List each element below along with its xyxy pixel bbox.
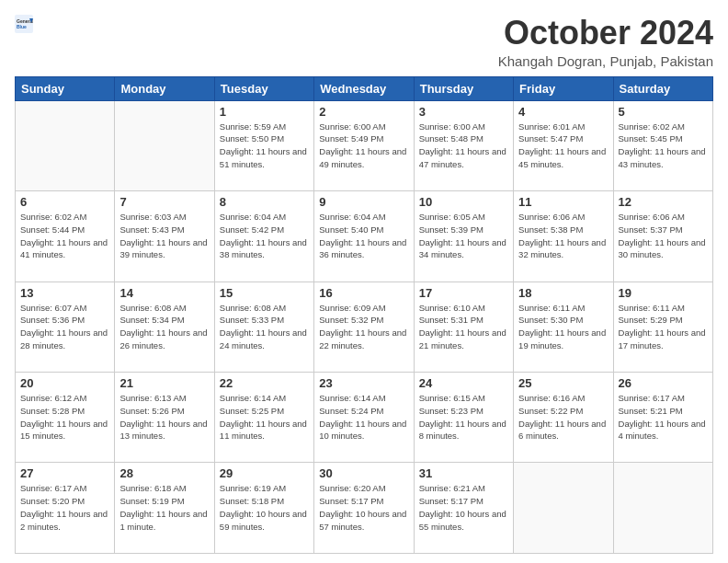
title-block: October 2024 Khangah Dogran, Punjab, Pak… xyxy=(498,15,713,69)
calendar-week-row: 13Sunrise: 6:07 AMSunset: 5:36 PMDayligh… xyxy=(16,282,713,372)
calendar-cell: 28Sunrise: 6:18 AMSunset: 5:19 PMDayligh… xyxy=(115,463,214,554)
calendar-cell: 9Sunrise: 6:04 AMSunset: 5:40 PMDaylight… xyxy=(314,191,414,282)
day-info: Sunrise: 6:03 AMSunset: 5:43 PMDaylight:… xyxy=(119,211,209,261)
calendar: SundayMondayTuesdayWednesdayThursdayFrid… xyxy=(15,76,713,554)
day-info: Sunrise: 6:04 AMSunset: 5:42 PMDaylight:… xyxy=(220,211,309,261)
svg-text:Blue: Blue xyxy=(17,24,27,29)
calendar-week-row: 6Sunrise: 6:02 AMSunset: 5:44 PMDaylight… xyxy=(16,191,713,282)
day-number: 25 xyxy=(518,376,608,390)
day-number: 19 xyxy=(619,286,708,300)
day-info: Sunrise: 6:09 AMSunset: 5:32 PMDaylight:… xyxy=(319,302,408,352)
day-number: 7 xyxy=(119,195,209,209)
day-info: Sunrise: 6:17 AMSunset: 5:20 PMDaylight:… xyxy=(20,482,109,533)
day-number: 24 xyxy=(419,376,508,390)
calendar-cell: 14Sunrise: 6:08 AMSunset: 5:34 PMDayligh… xyxy=(115,282,214,372)
day-number: 3 xyxy=(419,105,508,119)
calendar-cell: 22Sunrise: 6:14 AMSunset: 5:25 PMDayligh… xyxy=(214,373,313,463)
day-number: 6 xyxy=(20,195,109,209)
calendar-week-row: 20Sunrise: 6:12 AMSunset: 5:28 PMDayligh… xyxy=(16,373,713,463)
calendar-cell: 30Sunrise: 6:20 AMSunset: 5:17 PMDayligh… xyxy=(314,463,414,554)
day-number: 5 xyxy=(619,105,708,119)
day-number: 28 xyxy=(119,466,209,480)
day-number: 15 xyxy=(220,286,309,300)
day-info: Sunrise: 6:06 AMSunset: 5:38 PMDaylight:… xyxy=(518,211,608,261)
calendar-cell: 24Sunrise: 6:15 AMSunset: 5:23 PMDayligh… xyxy=(414,373,513,463)
day-of-week-header: Sunday xyxy=(16,76,115,100)
day-info: Sunrise: 6:00 AMSunset: 5:49 PMDaylight:… xyxy=(319,121,408,171)
calendar-cell: 23Sunrise: 6:14 AMSunset: 5:24 PMDayligh… xyxy=(314,373,414,463)
day-info: Sunrise: 6:07 AMSunset: 5:36 PMDaylight:… xyxy=(20,302,109,352)
day-info: Sunrise: 6:11 AMSunset: 5:29 PMDaylight:… xyxy=(619,302,708,352)
calendar-cell: 26Sunrise: 6:17 AMSunset: 5:21 PMDayligh… xyxy=(613,373,712,463)
day-info: Sunrise: 6:17 AMSunset: 5:21 PMDaylight:… xyxy=(619,392,708,442)
day-number: 14 xyxy=(119,286,209,300)
day-number: 22 xyxy=(220,376,309,390)
logo: General Blue xyxy=(15,15,33,33)
day-info: Sunrise: 6:04 AMSunset: 5:40 PMDaylight:… xyxy=(319,211,408,261)
calendar-cell xyxy=(613,463,712,554)
calendar-cell xyxy=(115,100,214,190)
day-info: Sunrise: 6:05 AMSunset: 5:39 PMDaylight:… xyxy=(419,211,508,261)
calendar-cell: 29Sunrise: 6:19 AMSunset: 5:18 PMDayligh… xyxy=(214,463,313,554)
calendar-cell: 6Sunrise: 6:02 AMSunset: 5:44 PMDaylight… xyxy=(16,191,115,282)
day-info: Sunrise: 6:00 AMSunset: 5:48 PMDaylight:… xyxy=(419,121,508,171)
day-of-week-header: Tuesday xyxy=(214,76,313,100)
day-number: 2 xyxy=(319,105,408,119)
calendar-cell: 16Sunrise: 6:09 AMSunset: 5:32 PMDayligh… xyxy=(314,282,414,372)
day-number: 10 xyxy=(419,195,508,209)
calendar-cell: 12Sunrise: 6:06 AMSunset: 5:37 PMDayligh… xyxy=(613,191,712,282)
day-info: Sunrise: 6:16 AMSunset: 5:22 PMDaylight:… xyxy=(518,392,608,442)
calendar-cell: 31Sunrise: 6:21 AMSunset: 5:17 PMDayligh… xyxy=(414,463,513,554)
logo-icon: General Blue xyxy=(15,15,33,33)
calendar-cell: 3Sunrise: 6:00 AMSunset: 5:48 PMDaylight… xyxy=(414,100,513,190)
day-info: Sunrise: 6:20 AMSunset: 5:17 PMDaylight:… xyxy=(319,482,408,533)
day-number: 1 xyxy=(220,105,309,119)
day-number: 13 xyxy=(20,286,109,300)
day-number: 20 xyxy=(20,376,109,390)
calendar-cell: 7Sunrise: 6:03 AMSunset: 5:43 PMDaylight… xyxy=(115,191,214,282)
calendar-cell: 11Sunrise: 6:06 AMSunset: 5:38 PMDayligh… xyxy=(514,191,613,282)
calendar-cell: 17Sunrise: 6:10 AMSunset: 5:31 PMDayligh… xyxy=(414,282,513,372)
day-number: 11 xyxy=(518,195,608,209)
day-info: Sunrise: 5:59 AMSunset: 5:50 PMDaylight:… xyxy=(220,121,309,171)
calendar-header-row: SundayMondayTuesdayWednesdayThursdayFrid… xyxy=(16,76,713,100)
calendar-cell: 13Sunrise: 6:07 AMSunset: 5:36 PMDayligh… xyxy=(16,282,115,372)
day-info: Sunrise: 6:15 AMSunset: 5:23 PMDaylight:… xyxy=(419,392,508,442)
day-info: Sunrise: 6:06 AMSunset: 5:37 PMDaylight:… xyxy=(619,211,708,261)
day-number: 12 xyxy=(619,195,708,209)
day-info: Sunrise: 6:10 AMSunset: 5:31 PMDaylight:… xyxy=(419,302,508,352)
calendar-cell: 1Sunrise: 5:59 AMSunset: 5:50 PMDaylight… xyxy=(214,100,313,190)
day-of-week-header: Thursday xyxy=(414,76,513,100)
day-info: Sunrise: 6:08 AMSunset: 5:34 PMDaylight:… xyxy=(119,302,209,352)
title-location: Khangah Dogran, Punjab, Pakistan xyxy=(498,53,713,69)
day-info: Sunrise: 6:14 AMSunset: 5:25 PMDaylight:… xyxy=(220,392,309,442)
day-number: 27 xyxy=(20,466,109,480)
day-number: 8 xyxy=(220,195,309,209)
day-info: Sunrise: 6:12 AMSunset: 5:28 PMDaylight:… xyxy=(20,392,109,442)
calendar-body: 1Sunrise: 5:59 AMSunset: 5:50 PMDaylight… xyxy=(16,100,713,553)
calendar-cell: 21Sunrise: 6:13 AMSunset: 5:26 PMDayligh… xyxy=(115,373,214,463)
day-info: Sunrise: 6:19 AMSunset: 5:18 PMDaylight:… xyxy=(220,482,309,533)
day-info: Sunrise: 6:13 AMSunset: 5:26 PMDaylight:… xyxy=(119,392,209,442)
day-info: Sunrise: 6:01 AMSunset: 5:47 PMDaylight:… xyxy=(518,121,608,171)
day-number: 23 xyxy=(319,376,408,390)
day-number: 18 xyxy=(518,286,608,300)
calendar-cell: 15Sunrise: 6:08 AMSunset: 5:33 PMDayligh… xyxy=(214,282,313,372)
day-of-week-header: Saturday xyxy=(613,76,712,100)
title-month: October 2024 xyxy=(498,15,713,52)
day-number: 26 xyxy=(619,376,708,390)
calendar-cell: 20Sunrise: 6:12 AMSunset: 5:28 PMDayligh… xyxy=(16,373,115,463)
day-number: 29 xyxy=(220,466,309,480)
day-info: Sunrise: 6:11 AMSunset: 5:30 PMDaylight:… xyxy=(518,302,608,352)
calendar-week-row: 27Sunrise: 6:17 AMSunset: 5:20 PMDayligh… xyxy=(16,463,713,554)
day-number: 9 xyxy=(319,195,408,209)
day-number: 4 xyxy=(518,105,608,119)
calendar-cell xyxy=(16,100,115,190)
calendar-cell: 5Sunrise: 6:02 AMSunset: 5:45 PMDaylight… xyxy=(613,100,712,190)
calendar-cell: 4Sunrise: 6:01 AMSunset: 5:47 PMDaylight… xyxy=(514,100,613,190)
day-number: 21 xyxy=(119,376,209,390)
day-info: Sunrise: 6:21 AMSunset: 5:17 PMDaylight:… xyxy=(419,482,508,533)
calendar-cell: 2Sunrise: 6:00 AMSunset: 5:49 PMDaylight… xyxy=(314,100,414,190)
calendar-cell: 27Sunrise: 6:17 AMSunset: 5:20 PMDayligh… xyxy=(16,463,115,554)
calendar-cell: 8Sunrise: 6:04 AMSunset: 5:42 PMDaylight… xyxy=(214,191,313,282)
